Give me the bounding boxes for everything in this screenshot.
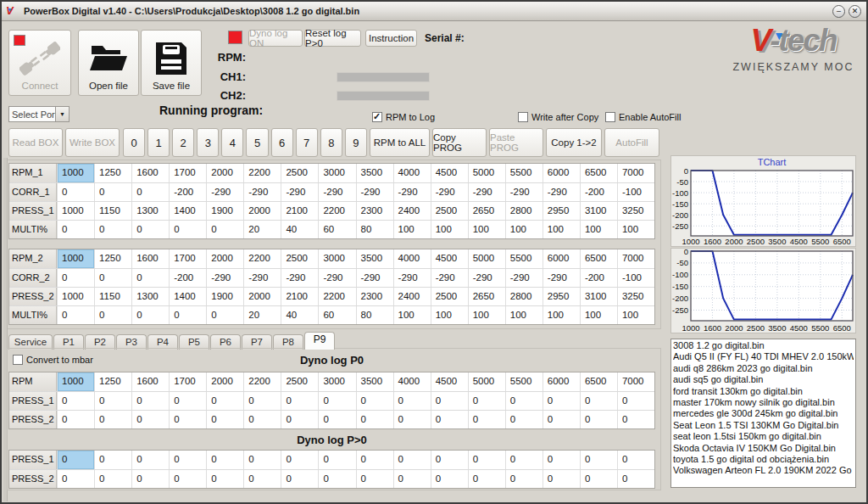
table-cell[interactable]: 6500 xyxy=(580,164,617,182)
table-cell[interactable]: 2500 xyxy=(281,249,318,268)
table-cell[interactable]: 0 xyxy=(505,392,542,410)
dyno-log-on-button[interactable]: Dyno log ON xyxy=(248,30,303,47)
table-cell[interactable]: 5500 xyxy=(505,249,542,268)
table-cell[interactable]: 2200 xyxy=(243,372,281,391)
table-cell[interactable]: 20 xyxy=(243,306,281,324)
table-cell[interactable]: 0 xyxy=(94,183,131,201)
table-cell[interactable]: 3000 xyxy=(318,249,355,268)
table-cell[interactable]: 0 xyxy=(393,411,431,428)
table-cell[interactable]: 2100 xyxy=(281,202,318,220)
prog-0-button[interactable]: 0 xyxy=(123,128,145,157)
save-file-button[interactable]: Save file xyxy=(141,30,202,96)
reset-log-button[interactable]: Reset log P>0 xyxy=(304,30,361,47)
table-cell[interactable]: 40 xyxy=(281,221,318,238)
table-cell[interactable]: 0 xyxy=(468,451,505,469)
file-list-item[interactable]: Volkswagen Arteon FL 2.0 190KM 2022 Go D… xyxy=(673,465,854,476)
table-cell[interactable]: 0 xyxy=(356,411,393,428)
table-cell[interactable]: -290 xyxy=(318,269,355,287)
table-cell[interactable]: -200 xyxy=(580,269,617,287)
table-cell[interactable]: 0 xyxy=(318,451,355,469)
table-cell[interactable]: 3500 xyxy=(356,164,393,182)
table-cell[interactable]: 3250 xyxy=(617,202,654,220)
table-cell[interactable]: 0 xyxy=(243,392,281,410)
table-cell[interactable]: 0 xyxy=(393,451,431,469)
table-cell[interactable]: 0 xyxy=(243,451,281,469)
table-cell[interactable]: 100 xyxy=(468,221,505,238)
table-cell[interactable]: 4000 xyxy=(393,372,431,391)
table-cell[interactable]: 60 xyxy=(318,221,355,238)
rpm-to-log-checkbox[interactable]: RPM to Log xyxy=(372,112,435,122)
table-cell[interactable]: 0 xyxy=(57,221,94,238)
table-cell[interactable]: 0 xyxy=(318,470,355,488)
table-cell[interactable]: 0 xyxy=(281,470,318,488)
table-cell[interactable]: 3100 xyxy=(580,202,617,220)
table-cell[interactable]: 3500 xyxy=(356,372,393,391)
table-cell[interactable]: 2950 xyxy=(542,202,580,220)
table-cell[interactable]: 80 xyxy=(356,306,393,324)
open-file-button[interactable]: Open file xyxy=(78,30,139,96)
table-cell[interactable]: 7000 xyxy=(617,372,654,391)
table-cell[interactable]: 0 xyxy=(580,470,617,488)
table-cell[interactable]: 0 xyxy=(206,451,243,469)
table-cell[interactable]: 5500 xyxy=(505,372,542,391)
table-cell[interactable]: 4500 xyxy=(431,372,468,391)
table-cell[interactable]: 6500 xyxy=(580,249,617,268)
file-list-item[interactable]: 3008 1.2 go digital.bin xyxy=(673,340,854,351)
table-cell[interactable]: 0 xyxy=(169,451,206,469)
table-cell[interactable]: 4500 xyxy=(431,164,468,182)
table-cell[interactable]: 0 xyxy=(131,306,169,324)
table-cell[interactable]: 2500 xyxy=(431,288,468,305)
table-cell[interactable]: 0 xyxy=(580,411,617,428)
table-cell[interactable]: -290 xyxy=(281,269,318,287)
prog-8-button[interactable]: 8 xyxy=(320,128,342,157)
table-cell[interactable]: 0 xyxy=(318,411,355,428)
table-cell[interactable]: 0 xyxy=(542,392,580,410)
table-cell[interactable]: 0 xyxy=(94,306,131,324)
table-cell[interactable]: 0 xyxy=(580,451,617,469)
table-cell[interactable]: 0 xyxy=(356,470,393,488)
prog-2-button[interactable]: 2 xyxy=(172,128,194,157)
table-cell[interactable]: 3500 xyxy=(356,249,393,268)
table-cell[interactable]: -290 xyxy=(468,269,505,287)
autofill-button[interactable]: AutoFill xyxy=(604,128,659,157)
table-cell[interactable]: 1600 xyxy=(131,249,169,268)
prog-5-button[interactable]: 5 xyxy=(246,128,268,157)
table-cell[interactable]: 0 xyxy=(94,392,131,410)
table-cell[interactable]: 1300 xyxy=(131,288,169,305)
table-cell[interactable]: 0 xyxy=(169,221,206,238)
table-cell[interactable]: 3000 xyxy=(318,372,355,391)
table-cell[interactable]: 0 xyxy=(169,392,206,410)
table-cell[interactable]: 0 xyxy=(243,411,281,428)
write-box-button[interactable]: Write BOX xyxy=(65,128,120,157)
table-cell[interactable]: 2500 xyxy=(281,164,318,182)
table-cell[interactable]: 0 xyxy=(580,392,617,410)
file-list-item[interactable]: mercedes gle 300d 245km go digital.bin xyxy=(673,408,854,419)
table-cell[interactable]: 0 xyxy=(57,411,94,428)
table-cell[interactable]: 0 xyxy=(131,269,169,287)
table-cell[interactable]: 2400 xyxy=(393,202,431,220)
table-cell[interactable]: 7000 xyxy=(617,164,654,182)
table-cell[interactable]: 1600 xyxy=(131,372,169,391)
table-cell[interactable]: 100 xyxy=(393,306,431,324)
table-cell[interactable]: 1400 xyxy=(169,288,206,305)
table-cell[interactable]: 80 xyxy=(356,221,393,238)
table-cell[interactable]: 2800 xyxy=(505,288,542,305)
table-cell[interactable]: 2650 xyxy=(468,288,505,305)
file-list-item[interactable]: toyota 1.5 go digital od obciążenia.bin xyxy=(673,454,854,465)
table-cell[interactable]: 0 xyxy=(57,470,94,488)
table-cell[interactable]: 4500 xyxy=(431,249,468,268)
table-cell[interactable]: 0 xyxy=(57,183,94,201)
table-cell[interactable]: 1000 xyxy=(57,249,94,268)
file-list-item[interactable]: audi q8 286km 2023 go digital.bin xyxy=(673,363,854,374)
table-cell[interactable]: 2200 xyxy=(318,202,355,220)
table-cell[interactable]: 0 xyxy=(169,306,206,324)
table-cell[interactable]: -290 xyxy=(356,269,393,287)
file-list-item[interactable]: seat leon 1.5tsi 150km go digital.bin xyxy=(673,431,854,442)
table-cell[interactable]: 0 xyxy=(131,392,169,410)
table-cell[interactable]: 100 xyxy=(505,221,542,238)
minimize-button[interactable]: – xyxy=(832,5,845,18)
table-cell[interactable]: 2200 xyxy=(243,249,281,268)
table-cell[interactable]: 0 xyxy=(542,451,580,469)
table-cell[interactable]: 0 xyxy=(431,411,468,428)
title-bar[interactable]: V▼ PowerBox Digital v1.40 - C:\Users\Pro… xyxy=(2,2,866,21)
